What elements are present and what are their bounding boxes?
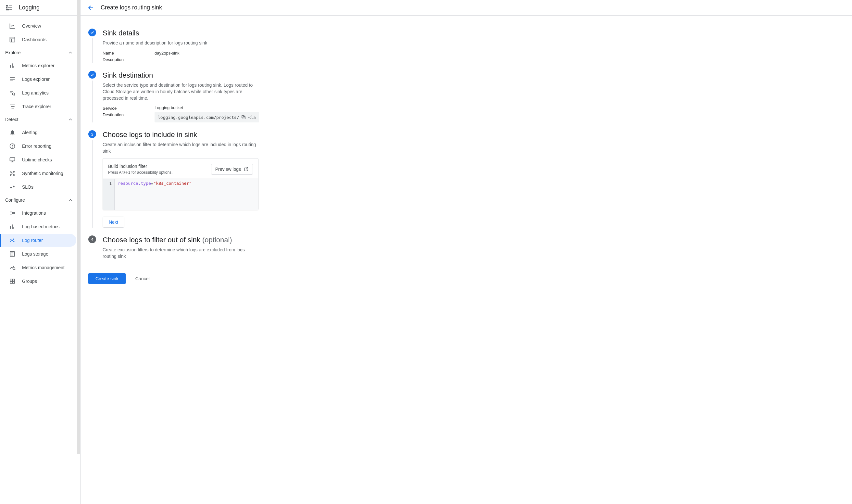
chevron-up-icon <box>68 50 73 55</box>
monitor-icon <box>9 157 16 163</box>
step-title: Sink destination <box>103 71 339 80</box>
svg-point-25 <box>12 173 13 174</box>
step-choose-logs-exclude: 4 Choose logs to filter out of sink (opt… <box>88 235 347 271</box>
sidebar-item-overview[interactable]: Overview <box>1 19 76 33</box>
preview-logs-button[interactable]: Preview logs <box>211 164 253 175</box>
sidebar-item-groups[interactable]: Groups <box>1 275 76 288</box>
filter-key: resource.type <box>118 181 151 186</box>
copy-icon[interactable] <box>241 115 246 120</box>
cancel-button[interactable]: Cancel <box>133 276 152 282</box>
sidebar-item-logs-storage[interactable]: Logs storage <box>1 248 76 260</box>
create-sink-button[interactable]: Create sink <box>88 273 126 284</box>
slo-icon <box>9 184 16 190</box>
synthetic-icon <box>9 170 16 177</box>
svg-rect-4 <box>6 9 9 11</box>
sidebar-item-synthetic-monitoring[interactable]: Synthetic monitoring <box>1 167 76 180</box>
section-label: Detect <box>5 117 18 122</box>
section-label: Configure <box>5 197 25 203</box>
bar-chart-icon <box>9 62 16 69</box>
svg-rect-29 <box>10 226 11 229</box>
svg-rect-18 <box>12 108 14 108</box>
sidebar-item-label: Metrics explorer <box>22 63 55 68</box>
chevron-up-icon <box>68 197 73 203</box>
sidebar-item-metrics-explorer[interactable]: Metrics explorer <box>1 59 76 72</box>
svg-point-27 <box>13 186 15 187</box>
main: Create logs routing sink Sink details Pr… <box>80 0 852 504</box>
page-header: Create logs routing sink <box>80 0 852 16</box>
sidebar-item-label: Integrations <box>22 211 46 216</box>
step-number-badge: 3 <box>88 130 96 138</box>
storage-icon <box>9 251 16 257</box>
sidebar-item-alerting[interactable]: Alerting <box>1 126 76 139</box>
optional-hint: (optional) <box>202 236 232 244</box>
sidebar-item-integrations[interactable]: Integrations <box>1 206 76 219</box>
overview-icon <box>9 23 16 29</box>
svg-rect-13 <box>10 91 13 92</box>
next-button[interactable]: Next <box>103 217 124 228</box>
svg-rect-16 <box>10 105 15 105</box>
sidebar-item-logs-explorer[interactable]: Logs explorer <box>1 73 76 86</box>
step-subtitle: Create exclusion filters to determine wh… <box>103 247 246 259</box>
svg-rect-5 <box>10 10 12 10</box>
analytics-icon <box>9 90 16 96</box>
sidebar-item-log-based-metrics[interactable]: Log-based metrics <box>1 220 76 233</box>
back-arrow-icon[interactable] <box>87 4 95 12</box>
svg-rect-36 <box>10 282 12 284</box>
section-toggle-detect[interactable]: Detect <box>0 114 80 125</box>
svg-rect-30 <box>12 224 13 229</box>
sidebar-item-dashboards[interactable]: Dashboards <box>1 33 76 46</box>
svg-rect-1 <box>9 5 12 6</box>
sidebar-item-log-analytics[interactable]: Log analytics <box>1 86 76 100</box>
svg-point-21 <box>10 171 11 172</box>
sidebar-item-label: Logs storage <box>22 251 48 256</box>
trace-icon <box>9 103 16 110</box>
section-toggle-configure[interactable]: Configure <box>0 194 80 206</box>
bell-icon <box>9 129 16 136</box>
svg-point-26 <box>10 187 12 188</box>
sidebar-item-label: Trace explorer <box>22 104 51 109</box>
destination-value-truncated: <la <box>248 115 256 120</box>
scrollbar[interactable] <box>77 0 80 454</box>
svg-rect-9 <box>13 66 14 68</box>
sidebar-item-metrics-management[interactable]: Metrics management <box>1 261 76 274</box>
section-label: Explore <box>5 50 20 55</box>
step-number-badge: 4 <box>88 235 96 243</box>
sidebar-item-log-router[interactable]: Log router <box>1 234 76 247</box>
editor-hint: Press Alt+F1 for accessibility options. <box>108 170 173 175</box>
filter-code-area[interactable]: 1 resource.type="k8s_container" <box>103 179 258 210</box>
groups-icon <box>9 278 16 285</box>
svg-rect-6 <box>10 37 15 42</box>
step-sink-destination: Sink destination Select the service type… <box>88 71 347 130</box>
product-title: Logging <box>19 4 40 11</box>
svg-rect-14 <box>10 93 12 93</box>
svg-rect-31 <box>13 227 14 229</box>
name-value: day2ops-sink <box>155 50 180 56</box>
filter-value: "k8s_container" <box>153 181 192 186</box>
sidebar-item-label: SLOs <box>22 184 33 190</box>
sidebar-item-uptime-checks[interactable]: Uptime checks <box>1 153 76 166</box>
svg-point-23 <box>10 174 11 175</box>
bar-chart-icon <box>9 223 16 230</box>
sidebar-item-error-reporting[interactable]: Error reporting <box>1 140 76 152</box>
chevron-up-icon <box>68 117 73 122</box>
svg-point-28 <box>13 212 15 214</box>
sidebar-item-trace-explorer[interactable]: Trace explorer <box>1 100 76 113</box>
sidebar-item-label: Dashboards <box>22 37 47 42</box>
sidebar-item-label: Metrics management <box>22 265 65 270</box>
step-subtitle: Select the service type and destination … <box>103 82 258 101</box>
logging-product-icon <box>5 4 13 12</box>
step-choose-logs-include: 3 Choose logs to include in sink Create … <box>88 130 347 235</box>
step-title: Choose logs to filter out of sink (optio… <box>103 235 339 245</box>
destination-value: logging.googleapis.com/projects/ <box>158 115 239 120</box>
svg-rect-20 <box>10 158 15 161</box>
error-icon <box>9 143 16 149</box>
step-title: Sink details <box>103 29 339 38</box>
svg-rect-34 <box>10 279 12 281</box>
filter-eq: = <box>151 181 153 186</box>
sidebar-item-label: Logs explorer <box>22 77 50 82</box>
section-toggle-explore[interactable]: Explore <box>0 47 80 58</box>
description-label: Description <box>103 56 155 63</box>
sidebar-item-slos[interactable]: SLOs <box>1 181 76 194</box>
sidebar-item-label: Groups <box>22 278 37 284</box>
svg-rect-10 <box>10 77 15 78</box>
